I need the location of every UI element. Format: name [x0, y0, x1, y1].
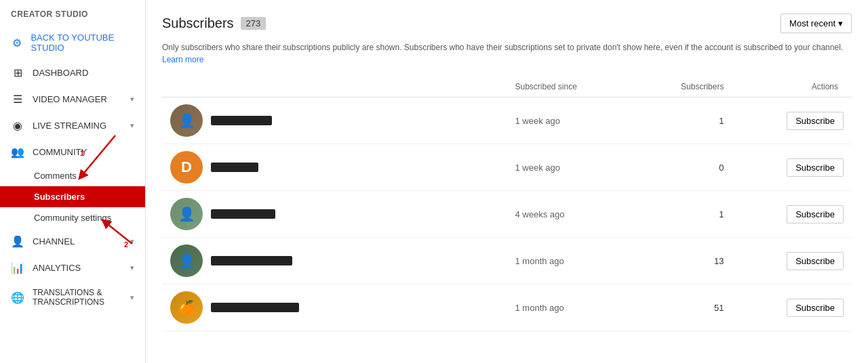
subscribed-since: 1 month ago [507, 284, 635, 331]
username-bar [211, 116, 272, 125]
avatar-photo: 👤 [170, 198, 203, 230]
subscriber-count: 1 [635, 98, 732, 144]
username-bar [211, 256, 292, 265]
chevron-down-icon-4: ▾ [130, 263, 134, 272]
dashboard-icon: ⊞ [11, 66, 24, 79]
chevron-down-icon-2: ▾ [130, 121, 134, 130]
username-bar [211, 209, 275, 219]
channel-icon: 👤 [11, 235, 24, 248]
subscriber-count: 0 [635, 144, 732, 191]
video-manager-label: VIDEO MANAGER [33, 94, 107, 104]
sidebar-item-channel[interactable]: 👤 CHANNEL ▾ [0, 228, 145, 255]
main-content: Subscribers 273 Most recent ▾ Only subsc… [146, 0, 868, 363]
sidebar-sub-subscribers[interactable]: Subscribers [0, 186, 145, 207]
subscribed-since: 1 month ago [507, 238, 635, 284]
avatar-letter: D [170, 151, 203, 184]
subscribe-button[interactable]: Subscribe [787, 205, 844, 223]
sidebar-item-analytics[interactable]: 📊 ANALYTICS ▾ [0, 255, 145, 281]
action-cell: Subscribe [732, 98, 852, 144]
table-row: 👤1 month ago13Subscribe [162, 238, 852, 284]
action-cell: Subscribe [732, 284, 852, 331]
avatar-photo: 👤 [170, 104, 203, 137]
subscribe-button[interactable]: Subscribe [787, 299, 844, 317]
page-title: Subscribers [162, 16, 234, 31]
action-cell: Subscribe [732, 144, 852, 191]
sidebar-sub-community-settings[interactable]: Community settings [0, 207, 145, 228]
avatar-photo: 👤 [170, 244, 203, 277]
live-streaming-icon: ◉ [11, 119, 24, 132]
youtube-studio-icon: ⚙ [11, 37, 22, 49]
subscriber-info-cell: 🍊 [162, 284, 507, 331]
subscribers-label: Subscribers [34, 192, 85, 202]
action-cell: Subscribe [732, 238, 852, 284]
subscribed-since: 1 week ago [507, 98, 635, 144]
subscriber-count: 51 [635, 284, 732, 331]
sort-chevron-icon: ▾ [838, 18, 843, 28]
live-streaming-label: LIVE STREAMING [33, 121, 106, 131]
sidebar-item-back[interactable]: ⚙ BACK TO YOUTUBE STUDIO [0, 26, 145, 60]
col-subscriber [162, 77, 507, 98]
community-label: COMMUNITY [33, 147, 87, 157]
subscriber-info-cell: 👤 [162, 191, 507, 238]
subscribe-button[interactable]: Subscribe [787, 112, 844, 130]
comments-label: Comments [34, 171, 77, 181]
chevron-down-icon-3: ▾ [130, 237, 134, 246]
sidebar-item-live-streaming[interactable]: ◉ LIVE STREAMING ▾ [0, 112, 145, 139]
chevron-down-icon-5: ▾ [130, 293, 134, 302]
app-title: CREATOR STUDIO [0, 0, 145, 26]
sort-label: Most recent [789, 18, 835, 28]
table-row: D1 week ago0Subscribe [162, 144, 852, 191]
sidebar: CREATOR STUDIO ⚙ BACK TO YOUTUBE STUDIO … [0, 0, 146, 363]
subscriber-count-badge: 273 [241, 17, 267, 30]
subscribe-button[interactable]: Subscribe [787, 252, 844, 270]
learn-more-link[interactable]: Learn more [162, 55, 203, 64]
subscriber-count: 1 [635, 191, 732, 238]
subscribed-since: 1 week ago [507, 144, 635, 191]
channel-label: CHANNEL [33, 236, 75, 247]
back-label: BACK TO YOUTUBE STUDIO [31, 33, 134, 53]
table-header: Subscribed since Subscribers Actions [162, 77, 852, 98]
table-row: 👤4 weeks ago1Subscribe [162, 191, 852, 238]
subscriber-count: 13 [635, 238, 732, 284]
translations-icon: 🌐 [11, 291, 24, 304]
sidebar-item-video-manager[interactable]: ☰ VIDEO MANAGER ▾ [0, 86, 145, 112]
table-body: 👤1 week ago1SubscribeD1 week ago0Subscri… [162, 98, 852, 331]
info-text: Only subscribers who share their subscri… [162, 41, 852, 66]
col-actions: Actions [732, 77, 852, 98]
sidebar-item-dashboard[interactable]: ⊞ DASHBOARD [0, 60, 145, 86]
subscribed-since: 4 weeks ago [507, 191, 635, 238]
subscriber-info-cell: D [162, 144, 507, 191]
analytics-icon: 📊 [11, 261, 24, 274]
chevron-down-icon: ▾ [130, 95, 134, 104]
table-row: 🍊1 month ago51Subscribe [162, 284, 852, 331]
action-cell: Subscribe [732, 191, 852, 238]
sidebar-item-translations[interactable]: 🌐 TRANSLATIONS & TRANSCRIPTIONS ▾ [0, 281, 145, 314]
username-bar [211, 163, 258, 172]
subscriber-info-cell: 👤 [162, 238, 507, 284]
analytics-label: ANALYTICS [33, 263, 81, 273]
community-icon: 👥 [11, 146, 24, 158]
col-subscribed-since: Subscribed since [507, 77, 635, 98]
table-row: 👤1 week ago1Subscribe [162, 98, 852, 144]
avatar-photo: 🍊 [170, 291, 203, 324]
subscriber-info-cell: 👤 [162, 98, 507, 144]
col-subscribers: Subscribers [635, 77, 732, 98]
dashboard-label: DASHBOARD [33, 68, 88, 78]
community-settings-label: Community settings [34, 213, 111, 223]
sidebar-sub-comments[interactable]: Comments [0, 165, 145, 186]
video-manager-icon: ☰ [11, 93, 24, 106]
sidebar-item-community[interactable]: 👥 COMMUNITY [0, 139, 145, 165]
translations-label: TRANSLATIONS & TRANSCRIPTIONS [33, 288, 130, 307]
subscribers-table: Subscribed since Subscribers Actions 👤1 … [162, 77, 852, 331]
page-header: Subscribers 273 Most recent ▾ [162, 14, 852, 33]
subscribe-button[interactable]: Subscribe [787, 158, 844, 177]
username-bar [211, 303, 299, 312]
sort-button[interactable]: Most recent ▾ [781, 14, 852, 33]
